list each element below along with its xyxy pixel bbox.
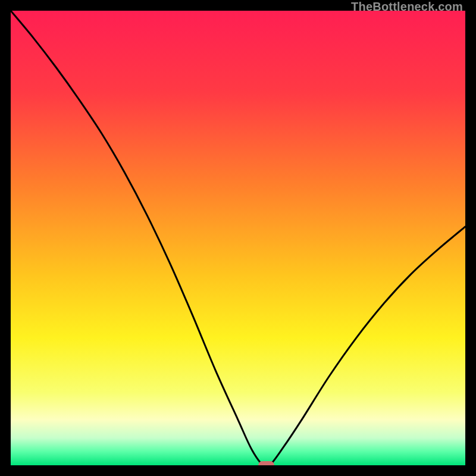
optimal-marker [258,461,275,465]
chart-frame: TheBottleneck.com [0,0,476,476]
plot-area [11,11,465,465]
bottleneck-curve [11,11,465,465]
watermark-text: TheBottleneck.com [351,0,463,14]
